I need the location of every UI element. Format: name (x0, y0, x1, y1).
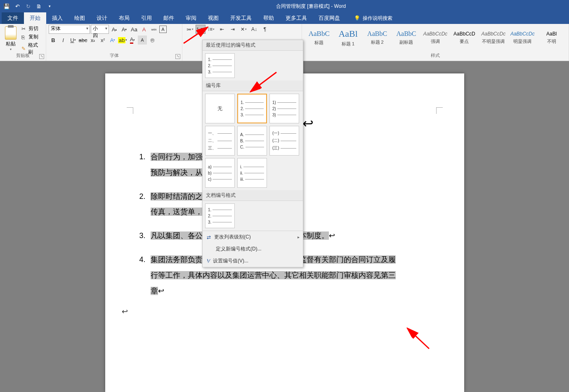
style-item[interactable]: AaBbCcD要点 (450, 26, 478, 50)
grow-font-button[interactable]: A▴ (110, 25, 119, 34)
tab-home[interactable]: 开始 (24, 12, 46, 24)
qat-more[interactable]: ▾ (45, 1, 54, 11)
multilevel-button[interactable]: ⁝≡ (206, 25, 216, 34)
numbering-option[interactable]: 1)2)3) (269, 94, 299, 123)
tell-me-search[interactable]: 💡 操作说明搜索 (354, 12, 392, 24)
style-item[interactable]: AaBl不明 (538, 26, 566, 50)
cut-button[interactable]: 剪切 (20, 25, 43, 33)
copy-icon (21, 34, 27, 40)
group-font: 宋体 小四 A▴ A▾ Aa A wén A B I U▾ abc x₂ x² … (46, 24, 182, 61)
bullets-button[interactable]: ≔ (185, 25, 195, 34)
style-item[interactable]: AaBbC标题 (305, 26, 333, 50)
numbering-option[interactable]: 1.2.3. (205, 53, 235, 78)
font-color-button[interactable]: A▾ (128, 35, 137, 45)
redo-button[interactable]: ↻ (23, 1, 33, 11)
change-level-item[interactable]: ⇄ 更改列表级别(C) ▸ (203, 231, 303, 243)
paragraph-mark: ↩ (122, 307, 435, 316)
tab-design[interactable]: 设计 (91, 12, 113, 24)
tab-insert[interactable]: 插入 (46, 12, 68, 24)
numbering-dropdown: 最近使用过的编号格式 1.2.3. 编号库 无1.2.3.1)2)3)一、二、三… (202, 40, 303, 267)
tab-mailings[interactable]: 邮件 (158, 12, 180, 24)
copy-button[interactable]: 复制 (20, 33, 43, 41)
decrease-indent-button[interactable]: ⇤ (217, 25, 227, 34)
library-grid: 无1.2.3.1)2)3)一、二、三、A.B.C.(一)(二)(三)a)b)c)… (203, 91, 303, 190)
tab-draw[interactable]: 绘图 (68, 12, 91, 24)
tab-view[interactable]: 视图 (202, 12, 224, 24)
tab-references[interactable]: 引用 (135, 12, 158, 24)
italic-button[interactable]: I (59, 35, 68, 45)
set-value-item[interactable]: ⅟ 设置编号值(V)... (203, 255, 303, 267)
styles-gallery[interactable]: AaBbC标题AaBl标题 1AaBbC标题 2AaBbC副标题AaBbCcDc… (305, 25, 566, 50)
style-item[interactable]: AaBbCcDc明显强调 (508, 26, 536, 50)
scissors-icon (21, 26, 27, 32)
save-button[interactable]: 💾 (2, 1, 12, 11)
char-border-button[interactable]: A (159, 26, 167, 33)
numbering-option[interactable]: 1.2.3. (205, 203, 235, 228)
library-header: 编号库 (203, 80, 303, 91)
bold-button[interactable]: B (49, 35, 58, 45)
tab-help[interactable]: 帮助 (257, 12, 280, 24)
highlight-button[interactable]: ab▾ (118, 35, 127, 45)
clear-format-button[interactable]: A (139, 25, 149, 34)
numbering-option[interactable]: 1.2.3. (237, 94, 267, 123)
docformat-header: 文档编号格式 (203, 190, 303, 201)
group-styles: AaBbC标题AaBl标题 1AaBbC标题 2AaBbC副标题AaBbCcDc… (302, 24, 569, 61)
recent-header: 最近使用过的编号格式 (203, 40, 303, 51)
level-icon: ⇄ (207, 234, 211, 240)
change-case-button[interactable]: Aa (130, 25, 139, 34)
preview-button[interactable]: 🗎 (34, 1, 44, 11)
underline-button[interactable]: U▾ (68, 35, 78, 45)
numbering-option[interactable]: (一)(二)(三) (269, 126, 299, 156)
value-icon: ⅟ (207, 258, 210, 264)
margin-mark (127, 107, 133, 114)
chevron-right-icon: ▸ (297, 235, 300, 239)
numbering-option[interactable]: a)b)c) (205, 158, 235, 188)
numbering-option[interactable]: i.ii.iii. (237, 158, 267, 188)
tab-developer[interactable]: 开发工具 (224, 12, 257, 24)
tab-review[interactable]: 审阅 (180, 12, 202, 24)
font-name-combo[interactable]: 宋体 (49, 25, 90, 34)
style-item[interactable]: AaBbC标题 2 (363, 26, 391, 50)
style-item[interactable]: AaBbC副标题 (392, 26, 420, 50)
style-item[interactable]: AaBbCcDc不明显强调 (479, 26, 508, 50)
define-new-item[interactable]: 定义新编号格式(D)... (203, 243, 303, 255)
numbering-option[interactable]: 无 (205, 94, 235, 123)
numbering-button[interactable]: ⒈≡ (196, 25, 205, 34)
tab-file[interactable]: 文件 (2, 12, 24, 24)
style-item[interactable]: AaBbCcDc强调 (421, 26, 449, 50)
paste-icon (5, 26, 17, 40)
tab-layout[interactable]: 布局 (113, 12, 135, 24)
undo-button[interactable]: ↶ (12, 1, 22, 11)
style-item[interactable]: AaBl标题 1 (334, 26, 362, 50)
superscript-button[interactable]: x² (98, 35, 107, 45)
sort-button[interactable]: A↓ (249, 25, 259, 34)
enclose-button[interactable]: ㊕ (148, 35, 157, 45)
bulb-icon: 💡 (354, 15, 360, 21)
window-title: 合同管理制度 [兼容模式] - Word (54, 3, 567, 10)
asian-layout-button[interactable]: ✕ (238, 25, 248, 34)
font-size-combo[interactable]: 小四 (91, 25, 109, 34)
show-marks-button[interactable]: ¶ (260, 25, 270, 34)
ribbon-tabs: 文件 开始 插入 绘图 设计 布局 引用 邮件 审阅 视图 开发工具 帮助 更多… (0, 12, 569, 24)
text-effects-button[interactable]: A▾ (108, 35, 117, 45)
brush-icon (21, 46, 27, 52)
recent-grid: 1.2.3. (203, 51, 303, 80)
increase-indent-button[interactable]: ⇥ (228, 25, 238, 34)
strike-button[interactable]: abc (78, 35, 87, 45)
clipboard-launcher[interactable]: ⤡ (39, 54, 44, 59)
tab-moretools[interactable]: 更多工具 (280, 12, 313, 24)
char-shading-button[interactable]: A (138, 35, 147, 45)
shrink-font-button[interactable]: A▾ (120, 25, 129, 34)
group-clipboard: 粘贴 ▾ 剪切 复制 格式刷 剪贴板 ⤡ (0, 24, 46, 61)
tab-baidu[interactable]: 百度网盘 (313, 12, 346, 24)
numbering-option[interactable]: 一、二、三、 (205, 126, 235, 156)
margin-mark (436, 107, 443, 114)
title-bar: 💾 ↶ ↻ 🗎 ▾ 合同管理制度 [兼容模式] - Word (0, 0, 569, 12)
numbering-option[interactable]: A.B.C. (237, 126, 267, 156)
font-launcher[interactable]: ⤡ (175, 54, 180, 59)
phonetic-button[interactable]: wén (149, 25, 158, 34)
quick-access-toolbar: 💾 ↶ ↻ 🗎 ▾ (2, 1, 54, 11)
docformat-grid: 1.2.3. (203, 201, 303, 231)
